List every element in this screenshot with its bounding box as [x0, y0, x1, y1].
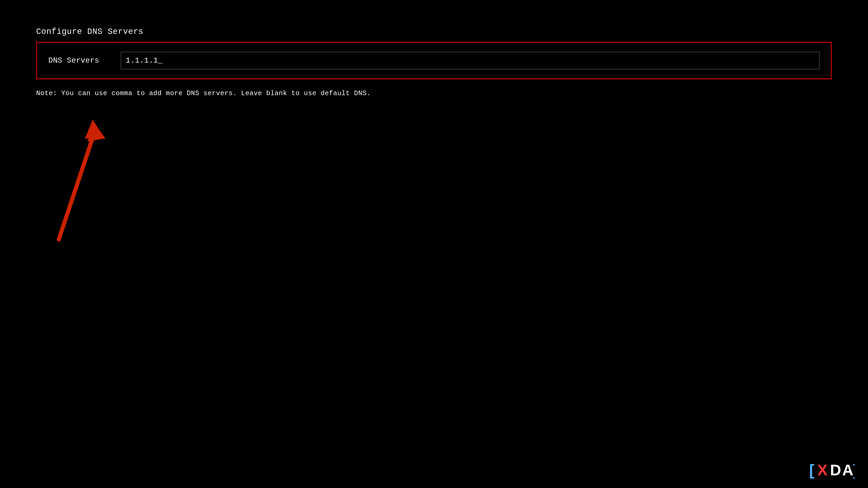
xda-logo-svg: [ X D A ]: [809, 461, 855, 479]
dns-note: Note: You can use comma to add more DNS …: [36, 88, 832, 98]
svg-text:D: D: [830, 461, 841, 479]
dns-servers-label: DNS Servers: [49, 56, 107, 65]
xda-logo: [ X D A ]: [809, 461, 855, 479]
svg-text:[: [: [809, 461, 814, 479]
dns-form-box: DNS Servers: [36, 42, 832, 79]
svg-marker-2: [85, 120, 103, 139]
svg-text:A: A: [842, 461, 853, 479]
dns-servers-input[interactable]: [121, 52, 819, 69]
svg-text:X: X: [817, 461, 828, 479]
svg-line-0: [59, 131, 95, 239]
page-title: Configure DNS Servers: [36, 27, 832, 36]
svg-marker-1: [85, 121, 105, 142]
svg-text:]: ]: [853, 461, 855, 479]
annotation-arrow: [45, 118, 113, 244]
